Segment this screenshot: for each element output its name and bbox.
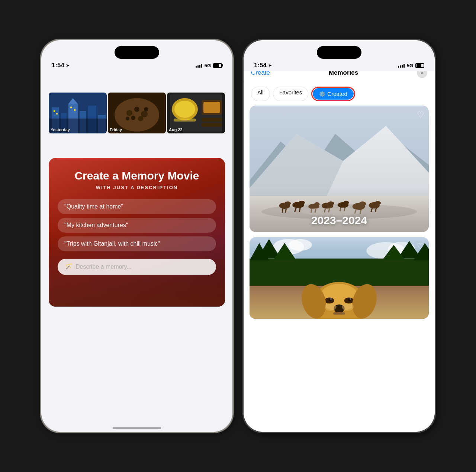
memory-card-title: Create a Memory Movie [58,169,216,182]
svg-point-20 [126,117,129,120]
suggestion-0[interactable]: "Quality time at home" [58,199,216,214]
memory-input-placeholder: Describe a memory... [75,264,132,270]
signal-bar-r3 [402,65,403,68]
svg-point-16 [134,107,139,112]
recent-photo-yesterday[interactable]: Yesterday [49,93,107,133]
memory-thumb-1[interactable]: ♡ [250,237,429,319]
filter-created[interactable]: ⚙️ Created [313,88,353,100]
svg-point-69 [289,239,312,250]
svg-point-92 [325,303,336,311]
svg-rect-10 [56,113,58,114]
gear-icon: ⚙️ [319,91,325,97]
battery-right [415,63,424,68]
suggestion-2[interactable]: "Trips with Gitanjali, with chill music" [58,236,216,251]
network-type-left: 5G [205,63,211,68]
svg-rect-28 [203,102,220,113]
recent-photo-aug22[interactable]: Aug 22 [167,93,225,133]
memory-label-0: 2023–2024 [250,214,429,227]
svg-point-87 [330,298,332,300]
right-phone: 1:54 ➤ 5G Create Memories [242,39,436,433]
svg-rect-30 [202,123,222,127]
left-screen: 1:54 ➤ 5G Photos 🔍 [41,40,232,432]
memory-input-icon: 🪄 [64,263,73,271]
memory-heart-0[interactable]: ♡ [417,110,424,120]
recent-photo-friday[interactable]: Friday [108,93,166,133]
signal-bar-4 [201,64,202,68]
location-icon: ➤ [66,63,70,68]
filter-all[interactable]: All [251,87,270,101]
svg-point-14 [115,98,159,132]
signal-right [398,63,405,68]
home-indicator-left [113,427,161,429]
signal-left [196,63,202,68]
memory-card: Create a Memory Movie WITH JUST A DESCRI… [49,158,225,307]
memory-input[interactable]: 🪄 Describe a memory... [58,259,216,275]
memory-thumb-0[interactable]: ♡ 2023–2024 [250,106,429,232]
svg-point-25 [174,101,195,118]
location-icon-right: ➤ [268,63,272,68]
svg-rect-9 [54,110,55,112]
svg-point-19 [138,116,143,121]
battery-left [213,63,222,68]
recent-label-0: Yesterday [51,127,70,132]
svg-point-93 [342,303,353,311]
memory-card-subtitle: WITH JUST A DESCRIPTION [58,185,216,190]
svg-rect-11 [70,107,72,108]
svg-rect-94 [333,312,345,314]
svg-point-21 [144,107,148,111]
svg-rect-12 [74,109,75,111]
filter-favorites[interactable]: Favorites [273,87,309,101]
svg-point-18 [131,116,135,120]
suggestion-1[interactable]: "My kitchen adventures" [58,218,216,233]
recent-photos-strip: Yesterday Friday [41,93,232,133]
filter-created-label: Created [327,91,347,97]
svg-rect-26 [174,119,196,122]
recent-label-2: Aug 22 [169,127,183,132]
memory-heart-1[interactable]: ♡ [417,242,424,251]
dynamic-island-left [115,46,159,59]
dynamic-island-right [317,46,361,59]
signal-bar-r2 [400,65,401,68]
status-icons-right: 5G [398,63,424,68]
memories-modal: Create Memories × All Favorites ⚙️ Creat… [244,62,435,432]
memories-grid: ♡ 2023–2024 [244,106,435,319]
svg-point-15 [126,110,132,116]
status-time-left: 1:54 [52,62,64,69]
signal-bar-3 [199,65,200,68]
signal-bar-2 [197,65,199,68]
signal-bar-r1 [398,66,399,68]
status-time-right: 1:54 [254,62,267,69]
signal-bar-1 [196,66,197,68]
filter-row: All Favorites ⚙️ Created [244,82,435,106]
status-icons-left: 5G [196,63,222,68]
network-type-right: 5G [407,63,413,68]
svg-point-88 [350,298,351,300]
battery-fill-left [214,64,219,67]
recent-label-1: Friday [110,127,122,132]
battery-fill-right [416,64,421,67]
memory-suggestions: "Quality time at home" "My kitchen adven… [58,199,216,275]
home-indicator-right [315,427,363,429]
right-screen: 1:54 ➤ 5G Create Memories [244,40,435,432]
svg-rect-29 [202,118,222,122]
signal-bar-r4 [403,64,405,68]
filter-created-highlight: ⚙️ Created [311,87,355,101]
left-phone: 1:54 ➤ 5G Photos 🔍 [40,39,234,433]
